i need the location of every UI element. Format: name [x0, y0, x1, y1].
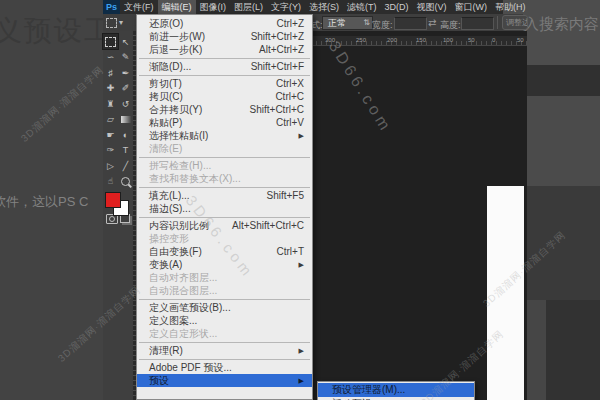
- menubar-item-1[interactable]: 文件(F): [120, 0, 158, 14]
- menu-item-label: 自动对齐图层...: [149, 271, 217, 284]
- submenu-item[interactable]: 预设管理器(M)...: [318, 383, 474, 397]
- style-select[interactable]: 正常 ⇅: [322, 16, 373, 30]
- menu-item[interactable]: 内容识别比例Alt+Shift+Ctrl+C: [137, 219, 312, 232]
- foreground-color-swatch[interactable]: [105, 192, 121, 208]
- hand-tool[interactable]: ☝: [103, 174, 118, 189]
- zoom-tool[interactable]: [118, 174, 133, 189]
- rect-marquee-tool[interactable]: [103, 34, 118, 49]
- ruler-label: 150: [416, 37, 426, 43]
- menu-item-label: 还原(O): [149, 17, 183, 30]
- menu-separator: [139, 359, 310, 360]
- menubar-item-9[interactable]: 视图(V): [413, 0, 451, 14]
- menu-item[interactable]: 选择性粘贴(I)▶: [137, 129, 312, 142]
- menu-item[interactable]: 查找和替换文本(X)...: [137, 172, 312, 185]
- menu-item[interactable]: 定义画笔预设(B)...: [137, 301, 312, 314]
- menu-item-label: 定义自定形状...: [149, 327, 217, 340]
- dodge-tool[interactable]: ◐: [118, 127, 133, 142]
- tool-preset-picker[interactable]: ▾: [106, 17, 130, 28]
- menu-item-label: 拷贝(C): [149, 90, 183, 103]
- menu-item[interactable]: 渐隐(D)...Shift+Ctrl+F: [137, 60, 312, 73]
- menu-item[interactable]: 清除(E): [137, 142, 312, 155]
- menu-item[interactable]: 自由变换(F)Ctrl+T: [137, 245, 312, 258]
- eyedropper-tool[interactable]: ✒: [118, 65, 133, 80]
- refine-edge-button[interactable]: 调整边缘...: [502, 15, 528, 30]
- menu-item[interactable]: 定义自定形状...: [137, 327, 312, 340]
- menubar-item-4[interactable]: 图层(L): [230, 0, 267, 14]
- brush-tool[interactable]: ✐: [118, 81, 133, 96]
- menu-separator: [139, 58, 310, 59]
- menu-item-label: 清理(R): [149, 344, 183, 357]
- quick-select-tool[interactable]: ✎: [118, 50, 133, 65]
- menubar-item-5[interactable]: 文字(Y): [267, 0, 305, 14]
- submenu-arrow-icon: ▶: [299, 374, 304, 387]
- gradient-tool[interactable]: [118, 112, 133, 127]
- webpage-right-block: [526, 96, 600, 186]
- healing-brush-tool[interactable]: ✚: [103, 81, 118, 96]
- height-input[interactable]: [461, 17, 494, 30]
- type-tool[interactable]: T: [118, 143, 133, 158]
- menu-item-shortcut: Alt+Ctrl+Z: [259, 43, 304, 56]
- menu-item[interactable]: 前进一步(W)Shift+Ctrl+Z: [137, 30, 312, 43]
- menu-item[interactable]: Adobe PDF 预设...: [137, 361, 312, 374]
- menu-item-label: 粘贴(P): [149, 116, 182, 129]
- smudge-tool[interactable]: ☛: [103, 127, 118, 142]
- menubar-item-2[interactable]: 编辑(E): [158, 0, 196, 14]
- menu-item-shortcut: Shift+Ctrl+C: [250, 103, 304, 116]
- clone-stamp-tool[interactable]: ♜: [103, 96, 118, 111]
- menu-item-label: 前进一步(W): [149, 30, 205, 43]
- menubar-item-3[interactable]: 图像(I): [196, 0, 231, 14]
- menu-item-label: 清除(E): [149, 142, 182, 155]
- menu-item[interactable]: 操控变形: [137, 232, 312, 245]
- menu-item[interactable]: 填充(L)...Shift+F5: [137, 189, 312, 202]
- menu-item-label: 自由变换(F): [149, 245, 202, 258]
- lasso-tool[interactable]: ∽: [103, 50, 118, 65]
- menu-item-label: 合并拷贝(Y): [149, 103, 202, 116]
- menu-separator: [139, 75, 310, 76]
- menu-item[interactable]: 拷贝(C)Ctrl+C: [137, 90, 312, 103]
- pen-tool[interactable]: ✑: [103, 143, 118, 158]
- menubar-item-10[interactable]: 窗口(W): [451, 0, 492, 14]
- menu-item[interactable]: 还原(O)Ctrl+Z: [137, 17, 312, 30]
- swap-dimensions-icon[interactable]: ⇄: [428, 17, 436, 28]
- chevron-down-icon: ▾: [119, 18, 123, 27]
- select-spinner-icon: ⇅: [363, 17, 370, 29]
- ruler-label: 100: [443, 37, 453, 43]
- menu-item[interactable]: 清理(R)▶: [137, 344, 312, 357]
- webpage-search-text: 入搜索内容: [524, 15, 599, 34]
- menu-item-label: 描边(S)...: [149, 202, 191, 215]
- menu-item-shortcut: Ctrl+X: [276, 77, 304, 90]
- menu-item[interactable]: 自动混合图层...: [137, 284, 312, 297]
- move-tool[interactable]: ↖: [118, 34, 133, 49]
- menubar-item-6[interactable]: 选择(S): [305, 0, 343, 14]
- menu-separator: [139, 157, 310, 158]
- menu-item[interactable]: 合并拷贝(Y)Shift+Ctrl+C: [137, 103, 312, 116]
- edit-menu-dropdown: 还原(O)Ctrl+Z前进一步(W)Shift+Ctrl+Z后退一步(K)Alt…: [136, 14, 313, 400]
- shape-tool[interactable]: ╱: [118, 158, 133, 173]
- crop-tool[interactable]: ♯: [103, 65, 118, 80]
- menu-item-label: 操控变形: [149, 232, 189, 245]
- menubar-item-7[interactable]: 滤镜(T): [343, 0, 381, 14]
- photoshop-logo: Ps: [103, 0, 120, 14]
- menu-item[interactable]: 定义图案...: [137, 314, 312, 327]
- menu-item[interactable]: 自动对齐图层...: [137, 271, 312, 284]
- menu-item[interactable]: 粘贴(P)Ctrl+V: [137, 116, 312, 129]
- menu-item[interactable]: 后退一步(K)Alt+Ctrl+Z: [137, 43, 312, 56]
- menu-item[interactable]: 变换(A)▶: [137, 258, 312, 271]
- menu-item-label: 定义画笔预设(B)...: [149, 301, 231, 314]
- menubar-item-8[interactable]: 3D(D): [381, 0, 413, 14]
- menu-item[interactable]: 描边(S)...: [137, 202, 312, 215]
- menu-item-shortcut: Shift+Ctrl+Z: [251, 30, 304, 43]
- webpage-right-block: [526, 65, 600, 96]
- history-brush-tool[interactable]: ↺: [118, 96, 133, 111]
- menu-item[interactable]: 预设▶: [137, 374, 312, 387]
- presets-submenu: 预设管理器(M)...迁移预设...: [317, 381, 475, 400]
- menu-item[interactable]: 剪切(T)Ctrl+X: [137, 77, 312, 90]
- gradient-icon: [121, 116, 131, 123]
- path-select-tool[interactable]: ▷: [103, 158, 118, 173]
- menubar-item-11[interactable]: 帮助(H): [491, 0, 530, 14]
- width-input[interactable]: [394, 17, 427, 30]
- menu-item[interactable]: 拼写检查(H)...: [137, 159, 312, 172]
- menu-item-shortcut: Alt+Shift+Ctrl+C: [232, 219, 304, 232]
- eraser-tool[interactable]: ▱: [103, 112, 118, 127]
- submenu-arrow-icon: ▶: [299, 258, 304, 271]
